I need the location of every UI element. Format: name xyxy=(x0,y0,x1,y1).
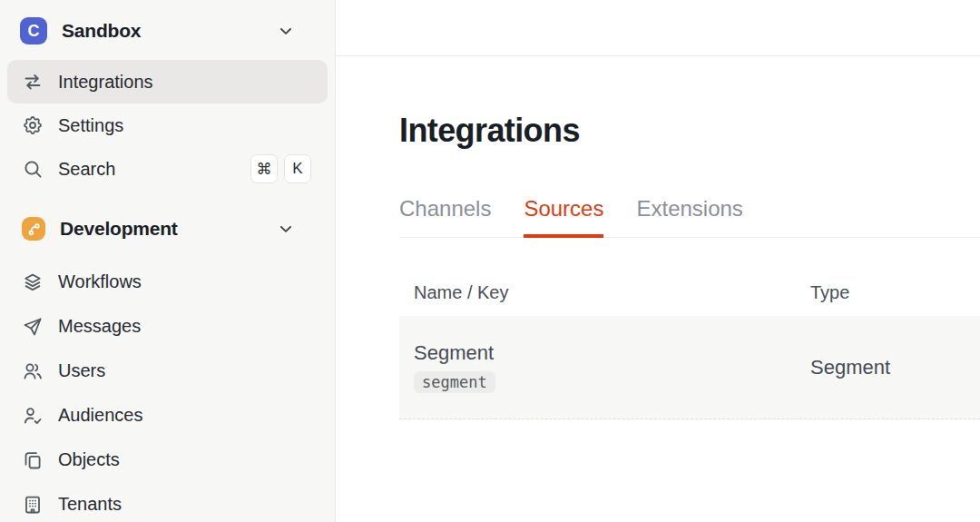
swap-arrows-icon xyxy=(22,71,44,93)
sidebar-item-messages[interactable]: Messages xyxy=(7,304,328,349)
paper-plane-icon xyxy=(22,316,44,338)
chevron-down-icon xyxy=(276,219,296,239)
source-key-chip: segment xyxy=(414,371,495,393)
sidebar: C Sandbox Integrations xyxy=(0,0,336,522)
search-shortcut: ⌘ K xyxy=(250,154,311,183)
sidebar-item-label: Audiences xyxy=(58,405,142,426)
sidebar-item-label: Tenants xyxy=(58,494,122,515)
sidebar-nav-development: Workflows Messages xyxy=(0,260,335,522)
sidebar-nav-top: Integrations Settings Search xyxy=(0,60,335,191)
workspace-logo: C xyxy=(20,17,47,44)
column-header-name-key: Name / Key xyxy=(399,282,796,303)
tab-channels[interactable]: Channels xyxy=(399,196,491,238)
table-header-row: Name / Key Type xyxy=(399,269,980,316)
sidebar-item-label: Objects xyxy=(58,449,120,470)
source-name: Segment xyxy=(414,341,781,365)
sidebar-item-audiences[interactable]: Audiences xyxy=(7,393,328,438)
source-type: Segment xyxy=(810,356,965,379)
sidebar-item-label: Messages xyxy=(58,316,141,337)
type-cell: Segment xyxy=(796,316,980,419)
chevron-down-icon xyxy=(276,21,296,41)
workspace-name: Sandbox xyxy=(62,20,141,42)
sources-table: Name / Key Type Segment segment Segment xyxy=(399,269,980,419)
page-title: Integrations xyxy=(399,114,980,147)
building-icon xyxy=(22,494,44,516)
sidebar-item-label: Integrations xyxy=(58,72,153,93)
sidebar-item-search[interactable]: Search ⌘ K xyxy=(7,147,328,191)
section-label: Development xyxy=(60,218,178,240)
sidebar-item-label: Users xyxy=(58,360,105,381)
sidebar-item-integrations[interactable]: Integrations xyxy=(7,60,328,103)
workspace-switcher[interactable]: C Sandbox xyxy=(0,11,335,51)
main-area: Integrations Channels Sources Extensions… xyxy=(336,0,980,522)
sidebar-section-development[interactable]: Development xyxy=(0,207,335,251)
cmd-keycap: ⌘ xyxy=(250,154,278,183)
table-row[interactable]: Segment segment Segment xyxy=(399,316,980,419)
tab-sources[interactable]: Sources xyxy=(524,196,603,238)
person-check-icon xyxy=(22,405,44,427)
sidebar-item-tenants[interactable]: Tenants xyxy=(7,482,328,522)
copy-icon xyxy=(22,449,44,471)
topbar xyxy=(336,0,980,56)
sidebar-item-workflows[interactable]: Workflows xyxy=(7,260,328,304)
column-header-type: Type xyxy=(796,282,980,303)
sidebar-item-objects[interactable]: Objects xyxy=(7,438,328,482)
tab-bar: Channels Sources Extensions xyxy=(399,196,980,238)
sidebar-item-label: Workflows xyxy=(58,271,142,292)
sidebar-item-label: Search xyxy=(58,159,115,180)
branch-icon xyxy=(22,217,45,241)
layers-icon xyxy=(22,271,44,293)
users-icon xyxy=(22,360,44,382)
sidebar-item-settings[interactable]: Settings xyxy=(7,103,328,147)
sidebar-item-users[interactable]: Users xyxy=(7,349,328,393)
k-keycap: K xyxy=(284,154,311,183)
sidebar-item-label: Settings xyxy=(58,115,123,136)
page-content: Integrations Channels Sources Extensions… xyxy=(336,56,980,419)
app-window: C Sandbox Integrations xyxy=(0,0,980,522)
name-key-cell: Segment segment xyxy=(399,316,796,419)
search-icon xyxy=(22,158,44,180)
gear-icon xyxy=(22,114,44,136)
tab-extensions[interactable]: Extensions xyxy=(636,196,742,238)
